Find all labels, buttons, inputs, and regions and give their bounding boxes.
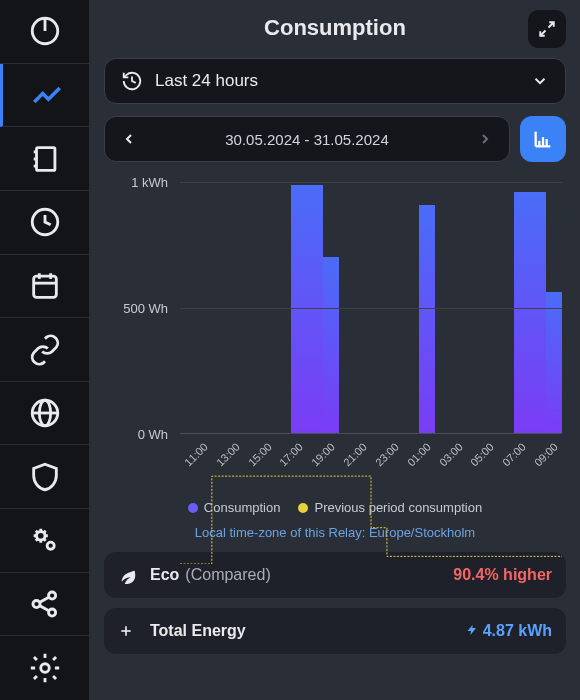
sidebar-item-globe[interactable] bbox=[0, 382, 90, 446]
x-axis-labels: 11:0013:0015:0017:0019:0021:0023:0001:00… bbox=[180, 440, 562, 452]
x-tick-label: 13:00 bbox=[212, 439, 243, 470]
y-tick-label: 0 Wh bbox=[138, 427, 168, 442]
legend-item-consumption: Consumption bbox=[188, 500, 281, 515]
x-tick-label: 23:00 bbox=[371, 439, 402, 470]
bar-fill bbox=[514, 192, 530, 433]
total-label: Total Energy bbox=[150, 622, 246, 640]
chevron-down-icon bbox=[531, 72, 549, 90]
expand-button[interactable] bbox=[528, 10, 566, 48]
total-value: 4.87 kWh bbox=[466, 622, 552, 640]
history-icon bbox=[121, 70, 143, 92]
x-tick-label: 19:00 bbox=[308, 439, 339, 470]
time-range-label: Last 24 hours bbox=[155, 71, 531, 91]
svg-point-21 bbox=[41, 664, 50, 673]
sidebar-item-clock[interactable] bbox=[0, 191, 90, 255]
svg-rect-2 bbox=[37, 147, 55, 170]
chart: 0 Wh500 Wh1 kWh 11:0013:0015:0017:0019:0… bbox=[104, 176, 566, 496]
header: Consumption bbox=[104, 10, 566, 46]
total-energy-row[interactable]: Total Energy 4.87 kWh bbox=[104, 608, 566, 654]
sidebar-item-shield[interactable] bbox=[0, 445, 90, 509]
svg-line-19 bbox=[39, 597, 49, 603]
chevron-right-icon bbox=[477, 131, 493, 147]
grid-line bbox=[180, 182, 562, 183]
x-tick-label: 05:00 bbox=[467, 439, 498, 470]
plus-icon bbox=[118, 623, 140, 639]
bar-fill bbox=[323, 257, 339, 433]
svg-point-15 bbox=[47, 543, 54, 550]
sidebar bbox=[0, 0, 90, 700]
svg-rect-7 bbox=[34, 276, 57, 297]
x-tick-label: 11:00 bbox=[180, 439, 211, 470]
plot-area bbox=[180, 182, 562, 434]
legend-label: Previous period consumption bbox=[314, 500, 482, 515]
svg-line-20 bbox=[39, 605, 49, 611]
x-tick-label: 09:00 bbox=[531, 439, 562, 470]
timezone-note: Local time-zone of this Relay: Europe/St… bbox=[104, 525, 566, 540]
legend: Consumption Previous period consumption bbox=[104, 500, 566, 515]
eco-label: Eco bbox=[150, 566, 179, 584]
bar-fill bbox=[546, 292, 562, 433]
page-title: Consumption bbox=[264, 15, 406, 41]
leaf-icon bbox=[118, 566, 140, 584]
sidebar-item-chart[interactable] bbox=[0, 64, 90, 128]
x-tick-label: 17:00 bbox=[276, 439, 307, 470]
sidebar-item-link[interactable] bbox=[0, 318, 90, 382]
sidebar-item-power[interactable] bbox=[0, 0, 90, 64]
sidebar-item-journal[interactable] bbox=[0, 127, 90, 191]
prev-date-button[interactable] bbox=[115, 125, 143, 153]
date-range-label: 30.05.2024 - 31.05.2024 bbox=[143, 131, 471, 148]
legend-dot bbox=[298, 503, 308, 513]
x-tick-label: 03:00 bbox=[435, 439, 466, 470]
bar-chart-icon bbox=[532, 128, 554, 150]
sidebar-item-calendar[interactable] bbox=[0, 255, 90, 319]
sidebar-item-gears[interactable] bbox=[0, 509, 90, 573]
x-tick-label: 21:00 bbox=[340, 439, 371, 470]
bar-fill bbox=[419, 205, 435, 433]
chart-type-button[interactable] bbox=[520, 116, 566, 162]
date-navigator: 30.05.2024 - 31.05.2024 bbox=[104, 116, 510, 162]
legend-label: Consumption bbox=[204, 500, 281, 515]
eco-sub: (Compared) bbox=[185, 566, 270, 584]
bolt-icon bbox=[466, 623, 478, 637]
y-tick-label: 1 kWh bbox=[131, 175, 168, 190]
legend-dot bbox=[188, 503, 198, 513]
main-panel: Consumption Last 24 hours 30.05.2024 - 3… bbox=[90, 0, 580, 700]
grid-line bbox=[180, 308, 562, 309]
eco-stat-row[interactable]: Eco (Compared) 90.4% higher bbox=[104, 552, 566, 598]
time-range-select[interactable]: Last 24 hours bbox=[104, 58, 566, 104]
sidebar-item-share[interactable] bbox=[0, 573, 90, 637]
eco-value: 90.4% higher bbox=[453, 566, 552, 584]
sidebar-item-settings[interactable] bbox=[0, 636, 90, 700]
next-date-button[interactable] bbox=[471, 125, 499, 153]
date-row: 30.05.2024 - 31.05.2024 bbox=[104, 116, 566, 162]
expand-icon bbox=[538, 20, 556, 38]
x-tick-label: 15:00 bbox=[244, 439, 275, 470]
svg-point-14 bbox=[37, 532, 46, 541]
chevron-left-icon bbox=[121, 131, 137, 147]
legend-item-previous: Previous period consumption bbox=[298, 500, 482, 515]
x-tick-label: 01:00 bbox=[403, 439, 434, 470]
bar-fill bbox=[530, 192, 546, 433]
y-tick-label: 500 Wh bbox=[123, 301, 168, 316]
x-tick-label: 07:00 bbox=[499, 439, 530, 470]
